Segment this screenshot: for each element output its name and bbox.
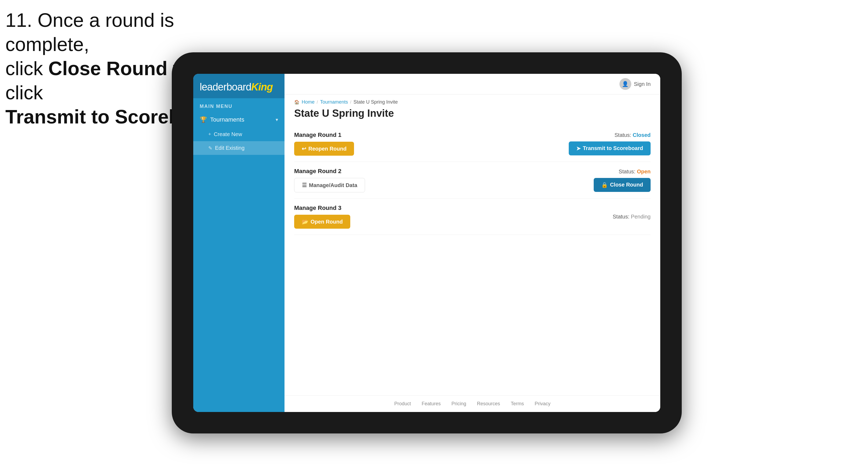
instruction-bold1: Close Round — [48, 58, 167, 79]
transmit-label: Transmit to Scoreboard — [583, 145, 643, 151]
lock-icon: 🔒 — [601, 182, 608, 188]
audit-icon: ☰ — [302, 182, 307, 188]
breadcrumb-sep-1: / — [317, 100, 318, 105]
round-2-status: Status: Open — [619, 168, 651, 175]
main-menu-label: MAIN MENU — [193, 98, 284, 112]
footer-product[interactable]: Product — [394, 401, 411, 407]
tablet-frame: leaderboardKing MAIN MENU 🏆 Tournaments … — [172, 52, 682, 433]
round-2-actions: ☰ Manage/Audit Data — [294, 178, 594, 192]
manage-audit-label: Manage/Audit Data — [309, 182, 357, 188]
trophy-icon: 🏆 — [200, 116, 207, 123]
manage-audit-button[interactable]: ☰ Manage/Audit Data — [294, 178, 365, 192]
reopen-icon: ↩ — [302, 146, 306, 152]
footer-pricing[interactable]: Pricing — [452, 401, 466, 407]
breadcrumb-home[interactable]: Home — [302, 99, 315, 105]
breadcrumb-current: State U Spring Invite — [353, 99, 398, 105]
sidebar: leaderboardKing MAIN MENU 🏆 Tournaments … — [193, 74, 284, 412]
edit-existing-label: Edit Existing — [215, 145, 245, 151]
edit-icon: ✎ — [208, 145, 212, 151]
round-3-actions: 📂 Open Round — [294, 215, 613, 229]
footer: Product Features Pricing Resources Terms… — [284, 395, 660, 412]
reopen-round-button[interactable]: ↩ Reopen Round — [294, 142, 354, 156]
open-round-label: Open Round — [311, 219, 343, 225]
footer-privacy[interactable]: Privacy — [535, 401, 551, 407]
sign-in-area[interactable]: 👤 Sign In — [619, 78, 651, 90]
logo-area: leaderboardKing — [193, 74, 284, 98]
round-row-3: Manage Round 3 📂 Open Round Status: Pend… — [294, 198, 651, 235]
transmit-icon: ➤ — [576, 145, 581, 152]
round-1-label: Manage Round 1 — [294, 131, 569, 138]
chevron-down-icon: ▾ — [276, 117, 278, 123]
footer-terms[interactable]: Terms — [511, 401, 524, 407]
sidebar-item-edit-existing[interactable]: ✎ Edit Existing — [193, 141, 284, 155]
content-area: Manage Round 1 ↩ Reopen Round Status: Cl… — [284, 126, 660, 395]
close-round-button[interactable]: 🔒 Close Round — [594, 178, 651, 192]
open-round-button[interactable]: 📂 Open Round — [294, 215, 350, 229]
round-row-1: Manage Round 1 ↩ Reopen Round Status: Cl… — [294, 126, 651, 162]
breadcrumb-sep-2: / — [350, 100, 351, 105]
reopen-round-label: Reopen Round — [308, 146, 346, 152]
breadcrumb: 🏠 Home / Tournaments / State U Spring In… — [284, 94, 660, 105]
main-content: 👤 Sign In 🏠 Home / Tournaments / State U… — [284, 74, 660, 412]
round-1-actions: ↩ Reopen Round — [294, 142, 569, 156]
footer-features[interactable]: Features — [422, 401, 441, 407]
app-logo: leaderboardKing — [200, 81, 278, 93]
create-new-label: Create New — [214, 131, 242, 137]
round-row-2: Manage Round 2 ☰ Manage/Audit Data Statu… — [294, 162, 651, 198]
page-title: State U Spring Invite — [284, 105, 660, 126]
round-1-status: Status: Closed — [615, 132, 651, 138]
round-2-status-value: Open — [637, 168, 651, 175]
top-nav: 👤 Sign In — [284, 74, 660, 94]
round-3-status-value: Pending — [631, 214, 651, 220]
open-round-icon: 📂 — [302, 218, 308, 225]
tablet-screen: leaderboardKing MAIN MENU 🏆 Tournaments … — [193, 74, 660, 412]
round-1-status-value: Closed — [632, 132, 651, 138]
round-2-label: Manage Round 2 — [294, 168, 594, 175]
plus-icon: + — [208, 131, 211, 137]
sidebar-item-create-new[interactable]: + Create New — [193, 127, 284, 141]
avatar: 👤 — [619, 78, 631, 90]
round-3-status: Status: Pending — [613, 214, 651, 220]
breadcrumb-tournaments[interactable]: Tournaments — [320, 99, 348, 105]
sidebar-tournaments-label: Tournaments — [210, 116, 244, 123]
sidebar-item-tournaments[interactable]: 🏆 Tournaments ▾ — [193, 112, 284, 127]
home-icon: 🏠 — [294, 100, 300, 105]
footer-resources[interactable]: Resources — [477, 401, 500, 407]
sign-in-label[interactable]: Sign In — [634, 81, 651, 87]
round-3-label: Manage Round 3 — [294, 205, 613, 212]
close-round-label: Close Round — [610, 182, 643, 188]
transmit-to-scoreboard-button[interactable]: ➤ Transmit to Scoreboard — [569, 142, 651, 155]
